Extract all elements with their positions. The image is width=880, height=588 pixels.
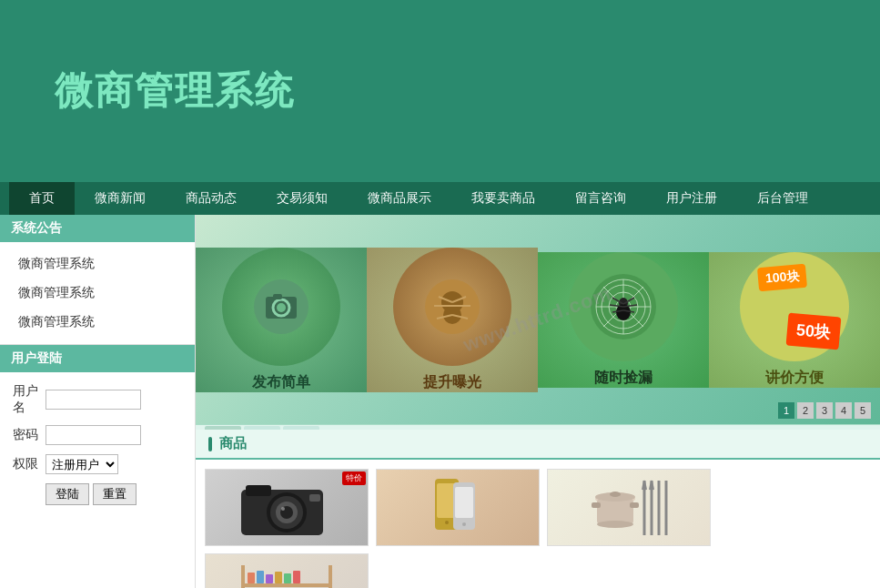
main-nav: 首页 微商新闻 商品动态 交易须知 微商品展示 我要卖商品 留言咨询 用户注册 … <box>0 182 880 215</box>
permission-select[interactable]: 注册用户 <box>46 454 118 474</box>
svg-rect-64 <box>248 573 255 583</box>
svg-rect-38 <box>309 494 320 502</box>
svg-rect-43 <box>455 487 473 518</box>
svg-rect-65 <box>257 571 264 583</box>
username-label: 用户名 <box>13 383 46 416</box>
login-form: 用户名 密码 权限 注册用户 登陆 重置 <box>0 372 195 516</box>
svg-point-47 <box>597 521 633 528</box>
nav-item-message[interactable]: 留言咨询 <box>555 182 646 215</box>
svg-rect-48 <box>592 502 601 508</box>
banner-circle-2 <box>393 248 511 366</box>
banner-page-4[interactable]: 4 <box>835 402 852 419</box>
banner-section-2: 提升曝光 <box>367 248 538 392</box>
nav-item-products[interactable]: 商品动态 <box>166 182 257 215</box>
banner-section-1: 发布简单 <box>196 248 367 392</box>
banner-label-1: 发布简单 <box>252 373 310 392</box>
login-buttons: 登陆 重置 <box>13 483 182 505</box>
product-card-1[interactable]: 特价 <box>205 469 369 546</box>
svg-point-51 <box>610 492 621 497</box>
svg-rect-67 <box>275 572 282 583</box>
main-container: 系统公告 微商管理系统 微商管理系统 微商管理系统 用户登陆 用户名 密码 权限 <box>0 215 880 588</box>
svg-rect-66 <box>266 574 273 583</box>
svg-rect-32 <box>246 485 271 496</box>
banner-page-1[interactable]: 1 <box>778 402 794 419</box>
product-card-4[interactable] <box>205 553 369 588</box>
banner-wrapper: www.httrd.com 发布简单 <box>196 215 880 424</box>
svg-rect-49 <box>630 502 639 508</box>
permission-row: 权限 注册用户 <box>13 454 182 474</box>
svg-rect-63 <box>329 565 332 589</box>
nav-item-news[interactable]: 微商新闻 <box>75 182 166 215</box>
password-input[interactable] <box>46 425 141 445</box>
banner-section-4: 100块 50块 讲价方便 <box>709 252 880 388</box>
user-login-section: 用户登陆 用户名 密码 权限 注册用户 登陆 重 <box>0 345 195 516</box>
products-title: 商品 <box>219 435 247 452</box>
shelf-illustration <box>237 556 337 589</box>
banner: www.httrd.com 发布简单 <box>196 215 880 424</box>
svg-rect-60 <box>241 583 332 587</box>
password-row: 密码 <box>13 425 182 445</box>
svg-rect-4 <box>273 294 282 299</box>
login-title: 用户登陆 <box>0 345 195 372</box>
svg-point-41 <box>445 521 449 524</box>
permission-label: 权限 <box>13 456 46 472</box>
username-row: 用户名 <box>13 383 182 416</box>
svg-point-37 <box>281 507 285 511</box>
banner-label-2: 提升曝光 <box>423 373 481 392</box>
svg-point-3 <box>277 303 286 312</box>
product-card-3[interactable] <box>547 469 711 546</box>
banner-circle-3 <box>569 252 678 361</box>
banner-label-3: 随时捡漏 <box>594 369 652 388</box>
announcement-link-2[interactable]: 微商管理系统 <box>0 279 195 308</box>
nav-item-home[interactable]: 首页 <box>9 182 75 215</box>
page-header: 微商管理系统 <box>0 0 880 182</box>
phone-illustration <box>412 471 503 544</box>
nav-item-showcase[interactable]: 微商品展示 <box>348 182 451 215</box>
banner-page-3[interactable]: 3 <box>816 402 833 419</box>
svg-rect-62 <box>241 565 245 589</box>
pot-illustration <box>579 471 679 544</box>
banner-circle-4: 100块 50块 <box>740 252 849 361</box>
banner-circle-1 <box>222 248 340 366</box>
nav-item-register[interactable]: 用户注册 <box>646 182 737 215</box>
banner-page-5[interactable]: 5 <box>855 402 871 419</box>
password-label: 密码 <box>13 427 46 443</box>
sidebar: 系统公告 微商管理系统 微商管理系统 微商管理系统 用户登陆 用户名 密码 权限 <box>0 215 196 588</box>
banner-label-4: 讲价方便 <box>765 369 824 388</box>
site-title: 微商管理系统 <box>55 66 295 117</box>
reset-button[interactable]: 重置 <box>93 483 137 505</box>
nav-item-trade[interactable]: 交易须知 <box>257 182 348 215</box>
announcement-links: 微商管理系统 微商管理系统 微商管理系统 <box>0 242 195 345</box>
permission-select-wrapper: 注册用户 <box>46 454 118 474</box>
banner-section-3: 随时捡漏 <box>538 252 709 388</box>
right-content: www.httrd.com 发布简单 <box>196 215 880 588</box>
announcement-link-1[interactable]: 微商管理系统 <box>0 249 195 279</box>
camera-illustration <box>232 471 341 544</box>
nav-item-sell[interactable]: 我要卖商品 <box>451 182 555 215</box>
banner-page-2[interactable]: 2 <box>797 402 814 419</box>
products-header: 商品 <box>196 430 880 460</box>
product-card-2[interactable] <box>376 469 540 546</box>
username-input[interactable] <box>46 390 141 410</box>
svg-rect-68 <box>284 573 291 583</box>
nav-item-admin[interactable]: 后台管理 <box>737 182 828 215</box>
login-button[interactable]: 登陆 <box>46 483 89 505</box>
banner-pagination: 1 2 3 4 5 <box>778 402 871 419</box>
svg-point-44 <box>462 522 466 526</box>
svg-rect-69 <box>293 571 300 583</box>
products-grid: 特价 <box>196 460 880 588</box>
svg-rect-46 <box>597 499 633 524</box>
announcement-title: 系统公告 <box>0 215 195 242</box>
announcement-link-3[interactable]: 微商管理系统 <box>0 308 195 337</box>
